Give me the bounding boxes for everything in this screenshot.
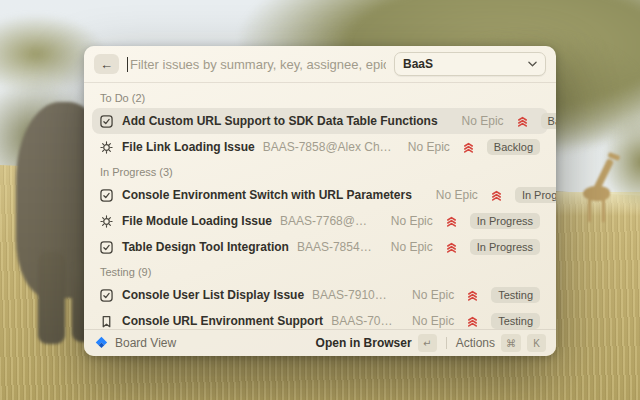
- status-badge: Backlog: [487, 139, 540, 155]
- actions-button[interactable]: Actions: [456, 336, 495, 350]
- status-badge: Backlog: [541, 113, 556, 129]
- issue-title: Console URL Environment Support: [122, 314, 323, 328]
- issue-title: Console User List Display Issue: [122, 288, 304, 302]
- priority-highest-icon: [490, 189, 503, 202]
- priority-highest-icon: [466, 315, 479, 328]
- source-label: Board View: [115, 336, 176, 350]
- chevron-down-icon: [528, 61, 537, 67]
- search-bar: ← BaaS: [84, 46, 556, 83]
- issue-list: To Do (2) Add Custom URL Support to SDK …: [84, 83, 556, 329]
- project-dropdown[interactable]: BaaS: [394, 52, 546, 76]
- section-header: Testing (9): [92, 260, 548, 282]
- issue-key-assignee: BAAS-7858@Alex Chen: [263, 140, 392, 154]
- issue-key-assignee: BAAS-7042@Mike Liu: [331, 314, 396, 328]
- task-checkbox-icon: [100, 289, 114, 302]
- epic-label: No Epic: [408, 140, 450, 154]
- source-button[interactable]: Board View: [94, 336, 176, 350]
- epic-label: No Epic: [462, 114, 504, 128]
- issue-title: Add Custom URL Support to SDK Data Table…: [122, 114, 438, 128]
- issue-search-panel: ← BaaS To Do (2) Add Custom URL Support …: [84, 46, 556, 356]
- status-badge: Testing: [491, 313, 540, 329]
- status-badge: Testing: [491, 287, 540, 303]
- status-badge: In Progress: [470, 239, 540, 255]
- search-input[interactable]: [130, 57, 386, 72]
- task-checkbox-icon: [100, 189, 114, 202]
- task-checkbox-icon: [100, 115, 114, 128]
- issue-row[interactable]: File Link Loading Issue BAAS-7858@Alex C…: [92, 134, 548, 160]
- priority-highest-icon: [466, 289, 479, 302]
- screen: ← BaaS To Do (2) Add Custom URL Support …: [0, 0, 640, 400]
- footer-actions: Open in Browser ↵ Actions ⌘ K: [316, 334, 546, 352]
- issue-row[interactable]: Console User List Display Issue BAAS-791…: [92, 282, 548, 308]
- issue-key-assignee: BAAS-7910@Alex Chen: [312, 288, 396, 302]
- issue-row[interactable]: Add Custom URL Support to SDK Data Table…: [92, 108, 548, 134]
- back-button[interactable]: ←: [94, 54, 119, 74]
- issue-row[interactable]: Table Design Tool Integration BAAS-7854@…: [92, 234, 548, 260]
- footer-divider: [446, 337, 447, 349]
- status-badge: In Progress: [515, 187, 556, 203]
- jira-icon: [94, 336, 108, 350]
- giraffe-tree: [602, 114, 640, 210]
- issue-title: File Module Loading Issue: [122, 214, 272, 228]
- issue-row[interactable]: File Module Loading Issue BAAS-7768@Alex…: [92, 208, 548, 234]
- issue-row[interactable]: Console URL Environment Support BAAS-704…: [92, 308, 548, 329]
- priority-highest-icon: [516, 115, 529, 128]
- epic-label: No Epic: [412, 288, 454, 302]
- status-badge: In Progress: [470, 213, 540, 229]
- k-key-badge: K: [527, 334, 546, 352]
- epic-label: No Epic: [436, 188, 478, 202]
- elephant-leg: [38, 252, 65, 344]
- issue-title: Console Environment Switch with URL Para…: [122, 188, 412, 202]
- bug-icon: [100, 215, 114, 228]
- issue-row[interactable]: Console Environment Switch with URL Para…: [92, 182, 548, 208]
- task-checkbox-icon: [100, 241, 114, 254]
- search-input-wrap: [127, 57, 386, 72]
- section-header: In Progress (3): [92, 160, 548, 182]
- footer-bar: Board View Open in Browser ↵ Actions ⌘ K: [84, 329, 556, 356]
- section-header: To Do (2): [92, 86, 548, 108]
- bug-icon: [100, 141, 114, 154]
- giraffe: [583, 156, 633, 226]
- trees-left: [0, 78, 94, 198]
- issue-title: Table Design Tool Integration: [122, 240, 289, 254]
- issue-key-assignee: BAAS-7854@Alex Chen: [297, 240, 375, 254]
- command-key-badge: ⌘: [501, 334, 521, 352]
- primary-action-button[interactable]: Open in Browser: [316, 336, 412, 350]
- priority-highest-icon: [462, 141, 475, 154]
- issue-key-assignee: BAAS-7768@Alex Chen: [280, 214, 375, 228]
- bookmark-icon: [100, 315, 114, 328]
- issue-title: File Link Loading Issue: [122, 140, 255, 154]
- priority-highest-icon: [445, 241, 458, 254]
- epic-label: No Epic: [391, 214, 433, 228]
- back-arrow-icon: ←: [100, 57, 113, 72]
- text-caret: [127, 57, 128, 72]
- return-key-badge: ↵: [418, 334, 437, 352]
- epic-label: No Epic: [412, 314, 454, 328]
- priority-highest-icon: [445, 215, 458, 228]
- project-dropdown-value: BaaS: [403, 57, 433, 71]
- epic-label: No Epic: [391, 240, 433, 254]
